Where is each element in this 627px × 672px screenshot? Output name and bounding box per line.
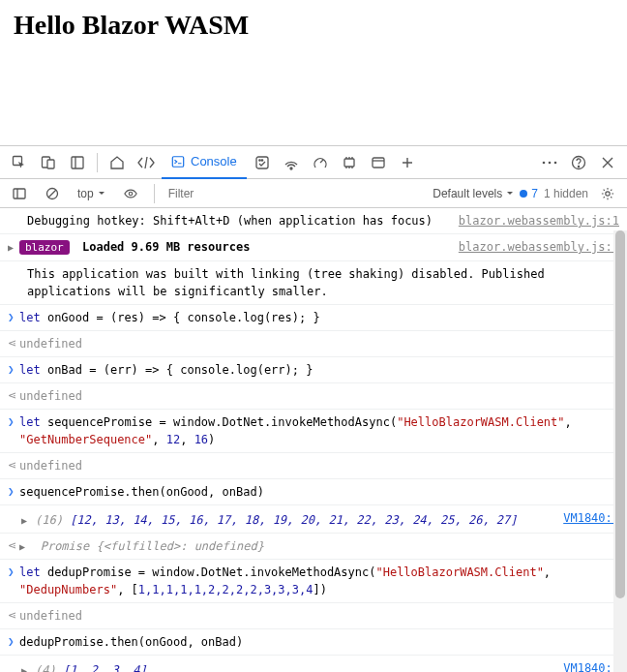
svg-rect-11 — [373, 158, 384, 168]
svg-point-17 — [578, 166, 579, 167]
live-expression-icon[interactable] — [117, 180, 144, 207]
svg-point-13 — [543, 161, 546, 164]
svg-rect-5 — [172, 156, 183, 167]
svg-rect-18 — [14, 189, 25, 199]
log-text: Loaded 9.69 MB resources — [82, 240, 250, 254]
console-input-echo: ❯ let onGood = (res) => { console.log(re… — [0, 305, 627, 331]
svg-point-8 — [261, 159, 262, 160]
console-input-echo: ❯ sequencePromise.then(onGood, onBad) — [0, 479, 627, 505]
svg-point-15 — [554, 161, 557, 164]
return-chevron-icon: ⋖ — [8, 538, 16, 555]
memory-tab-icon[interactable] — [336, 149, 363, 176]
chevron-down-icon — [98, 190, 105, 198]
input-chevron-icon: ❯ — [8, 310, 15, 326]
more-icon[interactable] — [536, 149, 563, 176]
dock-icon[interactable] — [64, 149, 91, 176]
log-message: This application was built with linking … — [0, 261, 627, 305]
svg-rect-2 — [47, 160, 54, 168]
input-chevron-icon: ❯ — [8, 484, 15, 501]
levels-label: Default levels — [433, 187, 502, 200]
chevron-down-icon — [506, 190, 514, 198]
console-result: ⋖ ▶ Promise {<fulfilled>: undefined} — [0, 534, 627, 560]
log-levels-selector[interactable]: Default levels — [433, 187, 514, 200]
console-input-echo: ❯ let onBad = (err) => { console.log(err… — [0, 357, 627, 383]
close-icon[interactable] — [594, 149, 621, 176]
return-chevron-icon: ⋖ — [8, 336, 16, 352]
source-link[interactable]: blazor.webassembly.js:1 — [459, 212, 619, 229]
hidden-count: 1 hidden — [544, 187, 588, 200]
inspect-icon[interactable] — [6, 149, 33, 176]
expand-icon[interactable]: ▶ — [19, 539, 25, 554]
svg-point-14 — [549, 161, 552, 164]
devtools-panel: Console top Default levels 7 1 hidd — [0, 145, 627, 672]
context-label: top — [77, 187, 94, 200]
network-tab-icon[interactable] — [278, 149, 305, 176]
console-result: ⋖ undefined — [0, 383, 627, 410]
divider — [154, 184, 155, 203]
log-array: ▶ (16) [12, 13, 14, 15, 16, 17, 18, 19, … — [0, 505, 627, 534]
performance-tab-icon[interactable] — [307, 149, 334, 176]
svg-point-23 — [606, 191, 610, 195]
input-chevron-icon: ❯ — [8, 362, 15, 379]
console-result: ⋖ undefined — [0, 453, 627, 479]
input-chevron-icon: ❯ — [8, 565, 15, 581]
svg-point-7 — [259, 159, 260, 160]
svg-point-9 — [290, 168, 292, 169]
console-result: ⋖ undefined — [0, 331, 627, 357]
log-message: ▶ blazor Loaded 9.69 MB resources blazor… — [0, 234, 627, 261]
page-content: Hello Blazor WASM — [0, 0, 627, 145]
console-output: Debugging hotkey: Shift+Alt+D (when appl… — [0, 208, 627, 672]
issues-number: 7 — [531, 187, 538, 200]
console-result: ⋖ undefined — [0, 603, 627, 629]
settings-icon[interactable] — [594, 180, 621, 207]
sources-tab-icon[interactable] — [249, 149, 276, 176]
source-link[interactable]: VM1840:1 — [563, 659, 619, 673]
log-array: ▶ (4) [1, 2, 3, 4] VM1840:1 — [0, 656, 627, 673]
svg-rect-3 — [72, 157, 83, 168]
add-tab-icon[interactable] — [394, 149, 421, 176]
elements-tab-icon[interactable] — [133, 149, 160, 176]
console-input-echo: ❯ dedupPromise.then(onGood, onBad) — [0, 629, 627, 656]
issues-count[interactable]: 7 — [520, 187, 538, 200]
return-chevron-icon: ⋖ — [8, 458, 16, 474]
welcome-tab-icon[interactable] — [104, 149, 131, 176]
svg-rect-6 — [256, 157, 268, 168]
log-text: Debugging hotkey: Shift+Alt+D (when appl… — [27, 214, 433, 228]
source-link[interactable]: blazor.webassembly.js:1 — [459, 238, 619, 256]
svg-rect-10 — [344, 159, 354, 167]
scrollbar-thumb[interactable] — [615, 230, 625, 598]
expand-icon[interactable]: ▶ — [8, 240, 14, 255]
issue-dot-icon — [520, 190, 527, 198]
help-icon[interactable] — [565, 149, 592, 176]
sidebar-toggle-icon[interactable] — [6, 180, 33, 207]
source-link[interactable]: VM1840:1 — [563, 509, 619, 527]
console-tab-label: Console — [191, 154, 237, 168]
clear-console-icon[interactable] — [39, 180, 66, 207]
page-heading: Hello Blazor WASM — [14, 10, 613, 41]
return-chevron-icon: ⋖ — [8, 608, 16, 625]
blazor-badge: blazor — [19, 240, 70, 255]
console-tab[interactable]: Console — [162, 146, 247, 179]
application-tab-icon[interactable] — [365, 149, 392, 176]
svg-point-22 — [129, 192, 133, 196]
divider — [97, 153, 98, 172]
input-chevron-icon: ❯ — [8, 414, 15, 431]
input-chevron-icon: ❯ — [8, 634, 15, 651]
filter-input[interactable] — [164, 185, 317, 202]
log-text: This application was built with linking … — [27, 267, 545, 298]
svg-line-21 — [48, 190, 56, 198]
expand-icon[interactable]: ▶ — [21, 663, 27, 673]
console-input-echo: ❯ let sequencePromise = window.DotNet.in… — [0, 410, 627, 453]
console-icon — [171, 155, 185, 168]
log-message: Debugging hotkey: Shift+Alt+D (when appl… — [0, 208, 627, 234]
context-selector[interactable]: top — [72, 185, 111, 202]
devtools-tabbar: Console — [0, 146, 627, 179]
console-input-echo: ❯ let dedupPromise = window.DotNet.invok… — [0, 560, 627, 603]
device-toggle-icon[interactable] — [35, 149, 62, 176]
expand-icon[interactable]: ▶ — [21, 513, 27, 528]
return-chevron-icon: ⋖ — [8, 388, 16, 405]
console-toolbar: top Default levels 7 1 hidden — [0, 179, 627, 208]
